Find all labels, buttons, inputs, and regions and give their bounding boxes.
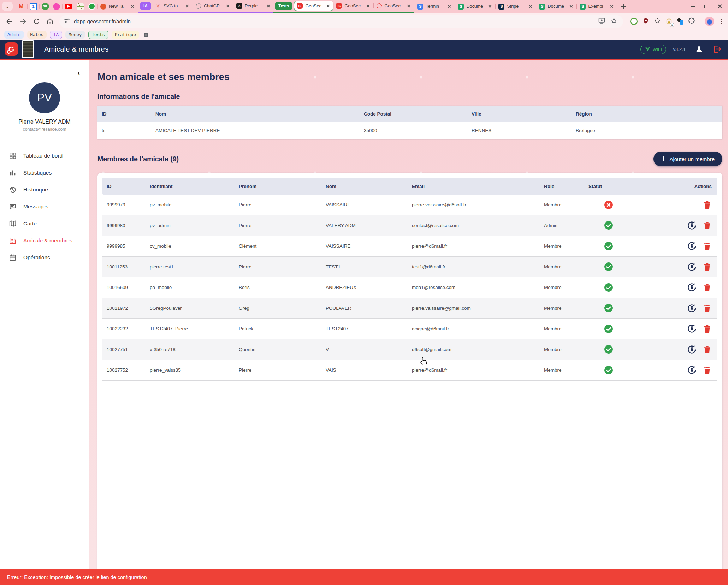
calendar-icon[interactable]: 1 bbox=[30, 3, 37, 10]
tea-icon[interactable] bbox=[42, 3, 49, 10]
bookmark-group-money[interactable]: Money bbox=[65, 31, 85, 39]
member-prenom: Pierre bbox=[235, 223, 321, 228]
tab-close-icon[interactable] bbox=[487, 4, 492, 9]
tab-close-icon[interactable] bbox=[185, 4, 190, 8]
browser-tab-terminal[interactable]: S Termin bbox=[415, 1, 454, 12]
sidebar-item-operations[interactable]: Opérations bbox=[0, 249, 89, 266]
address-bar[interactable]: dapp.geosector.fr/admin bbox=[59, 15, 623, 28]
bookmark-group-admin[interactable]: Admin bbox=[4, 31, 24, 39]
tab-group-label-tests[interactable]: Tests bbox=[275, 2, 292, 10]
sidebar-item-statistiques[interactable]: Statistiques bbox=[0, 164, 89, 181]
header-right: WiFi v3.2.1 bbox=[640, 45, 728, 54]
delete-member-button[interactable] bbox=[703, 303, 712, 313]
delete-member-button[interactable] bbox=[703, 345, 712, 354]
recycle-icon[interactable] bbox=[654, 17, 661, 26]
bookmark-group-ia[interactable]: IA bbox=[50, 31, 62, 39]
bookmark-star-icon[interactable] bbox=[610, 17, 617, 26]
tab-close-icon[interactable] bbox=[130, 4, 135, 9]
color-picker-icon[interactable] bbox=[677, 18, 683, 25]
delete-member-button[interactable] bbox=[703, 262, 712, 271]
bookmarks-bar: Admin Matos IA Money Tests Pratique bbox=[0, 30, 728, 40]
tab-favicon: ✳ bbox=[155, 3, 161, 9]
browser-tab-example[interactable]: S Exempl bbox=[577, 1, 617, 12]
close-window-button[interactable] bbox=[717, 4, 722, 9]
reset-password-button[interactable] bbox=[687, 303, 697, 313]
browser-tab-perplexity[interactable]: ✳ Perple bbox=[234, 1, 273, 11]
browser-tab-geosector-active[interactable]: G GeoSec bbox=[294, 1, 333, 11]
back-button[interactable] bbox=[4, 16, 16, 28]
notes-icon[interactable] bbox=[77, 3, 84, 10]
tab-close-icon[interactable] bbox=[266, 4, 271, 8]
reset-password-button[interactable] bbox=[687, 324, 697, 334]
logout-button[interactable] bbox=[712, 45, 722, 54]
tab-close-icon[interactable] bbox=[609, 4, 614, 9]
browser-tab-docs-1[interactable]: S Docume bbox=[455, 1, 495, 12]
tab-close-icon[interactable] bbox=[569, 4, 574, 9]
tab-close-icon[interactable] bbox=[447, 4, 452, 9]
tab-close-icon[interactable] bbox=[326, 4, 331, 8]
site-settings-icon[interactable] bbox=[64, 17, 70, 25]
delete-member-button[interactable] bbox=[703, 242, 712, 251]
tab-search-button[interactable]: ⌄ bbox=[2, 2, 13, 11]
reset-password-button[interactable] bbox=[687, 241, 697, 251]
green-dot-icon[interactable] bbox=[88, 3, 95, 10]
reset-password-button[interactable] bbox=[687, 344, 697, 355]
tab-close-icon[interactable] bbox=[225, 4, 230, 8]
forward-button[interactable] bbox=[17, 16, 29, 28]
sidebar-item-messages[interactable]: Messages bbox=[0, 198, 89, 215]
trash-icon bbox=[703, 324, 712, 333]
status-badge bbox=[584, 303, 655, 313]
pink-app-icon[interactable] bbox=[53, 3, 60, 10]
delete-member-button[interactable] bbox=[703, 324, 712, 333]
profile-avatar[interactable] bbox=[705, 17, 714, 26]
sidebar-item-amicale-membres[interactable]: Amicale & membres bbox=[0, 232, 89, 249]
gmail-icon[interactable]: M bbox=[17, 2, 25, 10]
delete-member-button[interactable] bbox=[703, 221, 712, 230]
browser-tab-new-tab[interactable]: New Ta bbox=[98, 1, 137, 12]
tab-group-label-ia[interactable]: IA bbox=[140, 2, 151, 10]
extension-green-icon[interactable] bbox=[630, 18, 638, 25]
tab-close-icon[interactable] bbox=[406, 4, 411, 8]
sidebar-item-historique[interactable]: Historique bbox=[0, 181, 89, 198]
install-app-icon[interactable] bbox=[598, 17, 605, 26]
delete-member-button[interactable] bbox=[703, 283, 712, 292]
browser-tab-chatgpt[interactable]: ChatGP bbox=[193, 1, 233, 11]
menu-kebab-icon[interactable]: ⋮ bbox=[718, 18, 724, 25]
house-extension-icon[interactable]: 1 bbox=[665, 17, 673, 26]
reset-password-button[interactable] bbox=[687, 365, 697, 375]
browser-tab-svg[interactable]: ✳ SVG to bbox=[153, 1, 192, 11]
reload-button[interactable] bbox=[30, 16, 42, 28]
minimize-button[interactable] bbox=[691, 6, 695, 7]
browser-tab-geosector-3[interactable]: GeoSec bbox=[374, 1, 414, 11]
youtube-icon[interactable] bbox=[65, 4, 72, 9]
delete-member-button[interactable] bbox=[703, 366, 712, 375]
amicale-region: Bretagne bbox=[572, 128, 722, 133]
bookmark-group-pratique[interactable]: Pratique bbox=[112, 31, 139, 39]
adblock-shield-icon[interactable] bbox=[642, 17, 649, 26]
bookmark-group-matos[interactable]: Matos bbox=[27, 31, 47, 39]
sidebar-item-carte[interactable]: Carte bbox=[0, 215, 89, 232]
tab-close-icon[interactable] bbox=[528, 4, 533, 9]
cursor-pointer bbox=[419, 357, 428, 367]
extensions-puzzle-icon[interactable] bbox=[688, 17, 695, 26]
sidebar-item-tableau-de-bord[interactable]: Tableau de bord bbox=[0, 147, 89, 164]
extensions-area: 1 bbox=[627, 17, 699, 26]
reset-password-button[interactable] bbox=[687, 220, 697, 231]
apps-grid-icon[interactable] bbox=[144, 33, 148, 37]
sidebar-collapse-button[interactable]: ‹ bbox=[78, 69, 80, 77]
browser-tab-docs-2[interactable]: S Docume bbox=[537, 1, 576, 12]
new-tab-button[interactable] bbox=[619, 2, 628, 11]
add-member-button[interactable]: Ajouter un membre bbox=[653, 152, 722, 166]
browser-tab-geosector-2[interactable]: G GeoSec bbox=[333, 1, 373, 11]
account-button[interactable] bbox=[695, 45, 703, 53]
reset-password-button[interactable] bbox=[687, 262, 697, 272]
member-identifiant: pa_mobile bbox=[146, 285, 235, 290]
home-button[interactable] bbox=[44, 16, 56, 28]
tab-close-icon[interactable] bbox=[366, 4, 371, 8]
browser-tab-stripe[interactable]: S Stripe bbox=[496, 1, 535, 12]
bookmark-group-tests[interactable]: Tests bbox=[88, 31, 109, 39]
delete-member-button[interactable] bbox=[703, 200, 712, 209]
maximize-button[interactable] bbox=[704, 5, 708, 8]
reset-password-button[interactable] bbox=[687, 282, 697, 292]
check-circle-icon bbox=[604, 242, 613, 251]
